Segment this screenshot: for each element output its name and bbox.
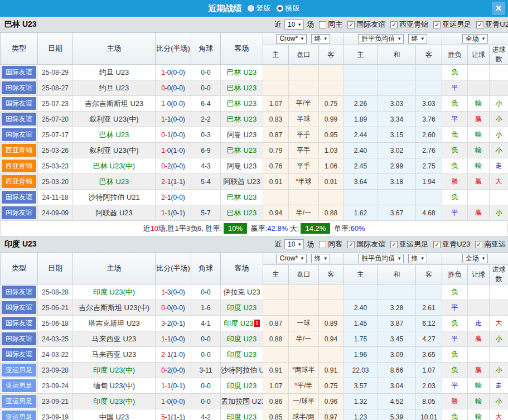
avg-time-select[interactable]: 终▼ — [408, 254, 427, 263]
competition-checkbox[interactable]: ✓ — [476, 21, 483, 28]
scope-select[interactable]: 全场▼ — [462, 254, 488, 263]
result-wdl: 负 — [452, 131, 458, 138]
avg-odds-value — [416, 190, 442, 205]
match-score: 2-1(0-0) — [156, 190, 191, 205]
radio-horizontal-layout[interactable] — [277, 5, 283, 12]
asian-odds — [263, 284, 289, 300]
result-wdl: 平 — [452, 382, 458, 389]
score-away-half-part: 0(0-0) — [167, 304, 185, 312]
avg-odds-value: 4.27 — [416, 331, 442, 347]
handicap-line: *半球 — [289, 174, 319, 190]
competition-badge: 西亚青锦 — [2, 160, 36, 172]
match-score: 2-1(1-0) — [156, 347, 191, 363]
corner-score: 3-11 — [191, 363, 221, 378]
avg-odds-value: 3.09 — [378, 347, 416, 363]
dropdown-arrow-icon: ▼ — [397, 256, 401, 261]
col-handicap-result: 让球 — [468, 45, 490, 65]
same-venue-label: 同客 — [328, 239, 342, 249]
avg-odds-value: 2.99 — [378, 158, 416, 174]
competition-checkbox[interactable]: ✓ — [433, 241, 441, 248]
summary-text: 单率: — [332, 224, 350, 233]
score-away-half-part: 1(0-0) — [167, 194, 185, 201]
home-team: 沙特阿拉伯 U21 — [73, 190, 156, 205]
competition-badge: 国际友谊 — [2, 206, 36, 219]
match-type-cell: 国际友谊 — [1, 96, 38, 112]
match-date: 25-08-28 — [38, 284, 73, 300]
competition-checkbox[interactable]: ✓ — [433, 21, 441, 28]
handicap-line — [289, 300, 319, 316]
away-team: 巴林 U23 — [221, 96, 263, 112]
result-goals: 小 — [496, 335, 502, 342]
result-handicap: 赢 — [475, 366, 482, 374]
match-score: 2-1(1-1) — [156, 174, 191, 190]
same-venue-checkbox[interactable] — [319, 21, 326, 28]
col-odds-handicap: 盘口 — [289, 45, 319, 65]
avg-odds-value: 3.67 — [378, 205, 416, 221]
competition-badge: 国际友谊 — [2, 332, 36, 345]
avg-odds-select[interactable]: 胜平负均值▼ — [358, 254, 404, 263]
avg-time-select[interactable]: 终▼ — [408, 34, 427, 44]
match-type-cell: 国际友谊 — [1, 300, 38, 316]
section-header: 印度 U23 近10▼场同客✓国际友谊✓亚运男足✓亚青U23✓南亚运✓奥选赛 — [0, 236, 508, 252]
score-away-half-part: 1(1-1) — [167, 413, 185, 420]
home-team: 中国 U23 — [73, 409, 156, 420]
competition-checkbox[interactable]: ✓ — [347, 241, 355, 248]
competition-label: 亚运男足 — [399, 239, 428, 249]
result-handicap: 輸 — [475, 146, 482, 154]
avg-odds-select[interactable]: 胜平负均值▼ — [358, 34, 404, 44]
same-venue-checkbox[interactable] — [319, 241, 326, 248]
avg-odds-value — [343, 65, 378, 80]
match-count-select[interactable]: 10▼ — [284, 20, 304, 30]
corner-score: 0-3 — [191, 127, 221, 143]
col-score: 比分(半场) — [156, 33, 191, 65]
scope-select[interactable]: 全场▼ — [462, 34, 488, 44]
home-team: 马来西亚 U23 — [73, 331, 156, 347]
odds-time-select[interactable]: 终▼ — [311, 34, 330, 44]
match-date: 25-03-20 — [38, 174, 73, 190]
match-row: 国际友谊24-11-18沙特阿拉伯 U212-1(0-0)巴林 U23负 — [1, 190, 508, 205]
section-india-u23: 印度 U23 近10▼场同客✓国际友谊✓亚运男足✓亚青U23✓南亚运✓奥选赛 类… — [0, 236, 508, 420]
competition-badge: 国际友谊 — [2, 348, 36, 361]
match-date: 25-08-29 — [38, 65, 73, 80]
avg-odds-value: 1.96 — [343, 347, 378, 363]
asian-odds — [319, 284, 343, 300]
col-avg-home: 主 — [343, 45, 378, 65]
match-row: 国际友谊24-09-09阿联酋 U231-1(0-1)5-7巴林 U230.94… — [1, 205, 508, 221]
odds-time-select[interactable]: 终▼ — [311, 254, 330, 263]
corner-score: 6-4 — [191, 96, 221, 112]
col-home: 主场 — [73, 253, 156, 284]
avg-odds-value — [416, 65, 442, 80]
odds-company-select[interactable]: Crow*▼ — [276, 34, 307, 44]
match-type-cell: 国际友谊 — [1, 205, 38, 221]
competition-checkbox[interactable]: ✓ — [390, 21, 398, 28]
competition-checkbox[interactable]: ✓ — [347, 21, 355, 28]
score-home-part: 2- — [161, 351, 167, 359]
competition-checkbox[interactable]: ✓ — [390, 241, 398, 248]
result-handicap: 走 — [475, 319, 482, 327]
corner-score: 0-0 — [191, 331, 221, 347]
dropdown-arrow-icon: ▼ — [300, 256, 304, 261]
corner-score: 0-0 — [191, 347, 221, 363]
asian-odds: 0.91 — [263, 174, 289, 190]
match-row: 国际友谊25-07-17巴林 U230-1(0-0)0-3阿曼 U230.87平… — [1, 127, 508, 143]
competition-checkbox[interactable]: ✓ — [475, 241, 482, 248]
match-date: 24-03-22 — [38, 347, 73, 363]
avg-odds-value: 10.01 — [416, 409, 442, 420]
result-wdl: 勝 — [452, 397, 458, 405]
score-away-half-part: 0(0-0) — [167, 398, 185, 405]
score-home-part: 1- — [161, 69, 167, 76]
match-count-select[interactable]: 10▼ — [284, 239, 304, 249]
result-wdl: 负 — [452, 319, 458, 327]
match-type-cell: 亚运男足 — [1, 394, 38, 409]
away-team: 印度 U231 — [221, 316, 263, 331]
result-wdl: 负 — [452, 162, 458, 170]
match-row: 西亚青锦25-03-26叙利亚 U23(中)1-0(1-0)6-9巴林 U230… — [1, 143, 508, 158]
handicap-line: 半球 — [289, 112, 319, 127]
home-team: 巴林 U23 — [73, 127, 156, 143]
close-button[interactable]: ✕ — [492, 2, 505, 15]
odds-company-select[interactable]: Crow*▼ — [276, 254, 307, 263]
result-wdl: 负 — [452, 413, 458, 420]
away-team: 印度 U23 — [221, 409, 263, 420]
match-row: 国际友谊25-08-27约旦 U230-0(0-0)0-0巴林 U23平 — [1, 80, 508, 96]
radio-vertical-layout[interactable] — [248, 5, 254, 12]
